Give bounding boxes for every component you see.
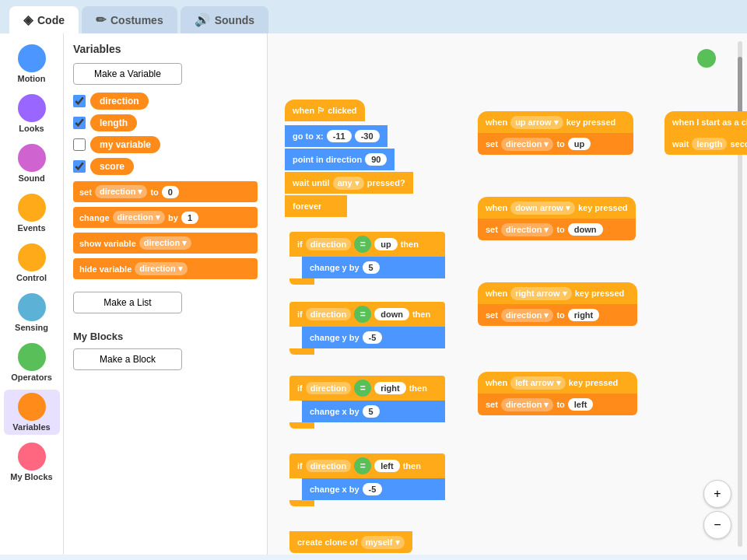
costumes-icon: ✏ (96, 12, 106, 27)
wait-length-seconds-block[interactable]: wait length seconds (665, 133, 747, 155)
forever-block-group: forever (285, 195, 347, 217)
control-dot (18, 243, 46, 271)
point-block[interactable]: point in direction 90 (285, 149, 395, 170)
when-left-arrow-block[interactable]: when left arrow ▾ key pressed (478, 372, 637, 394)
when-clicked-block[interactable]: when 🏳 clicked (285, 100, 365, 121)
forever-block[interactable]: forever (285, 195, 347, 217)
change-x-left-block[interactable]: change x by -5 (302, 478, 445, 500)
show-variable-block[interactable]: show variable direction ▾ (73, 233, 258, 254)
hide-variable-block[interactable]: hide variable direction ▾ (73, 258, 258, 279)
goto-block-group: go to x: -11 -30 (285, 125, 388, 147)
make-list-button[interactable]: Make a List (73, 292, 182, 313)
change-y-down-block[interactable]: change y by -5 (302, 327, 445, 348)
green-dot (697, 49, 716, 68)
var-row-length: length (73, 114, 258, 131)
top-tabs: ◈ Code ✏ Costumes 🔊 Sounds (0, 0, 747, 33)
sidebar-item-control[interactable]: Control (4, 240, 60, 285)
when-up-arrow-block[interactable]: when up arrow ▾ key pressed (478, 111, 633, 133)
if-down-group: if direction = down then change y by -5 (289, 302, 445, 355)
sounds-icon: 🔊 (195, 12, 210, 27)
sidebar-item-operators[interactable]: Operators (4, 340, 60, 385)
left-arrow-handler-group: when left arrow ▾ key pressed set direct… (478, 372, 637, 415)
direction-badge[interactable]: direction (90, 93, 149, 110)
create-clone-group: create clone of myself ▾ (289, 531, 412, 553)
events-dot (18, 194, 46, 222)
length-checkbox[interactable] (73, 117, 86, 129)
make-block-button[interactable]: Make a Block (73, 348, 182, 370)
zoom-out-button[interactable]: − (703, 511, 731, 539)
looks-dot (18, 94, 46, 122)
variables-title: Variables (73, 43, 258, 55)
zoom-in-button[interactable]: + (703, 480, 731, 508)
sidebar-item-events[interactable]: Events (4, 191, 60, 236)
up-arrow-handler-group: when up arrow ▾ key pressed set directio… (478, 111, 633, 155)
clone-group: when I start as a clone wait length seco… (665, 111, 747, 155)
set-direction-right-block[interactable]: set direction ▾ to right (478, 304, 637, 326)
operators-dot (18, 343, 46, 371)
make-variable-button[interactable]: Make a Variable (73, 63, 182, 85)
canvas-scrollbar-thumb[interactable] (738, 57, 742, 119)
if-right-block[interactable]: if direction = right then (289, 376, 445, 401)
if-up-block[interactable]: if direction = up then (289, 232, 445, 257)
variables-panel: Variables Make a Variable direction leng… (64, 33, 268, 555)
set-direction-block[interactable]: set direction ▾ to 0 (73, 181, 258, 202)
if-left-group: if direction = left then change x by -5 (289, 453, 445, 506)
when-start-clone-block[interactable]: when I start as a clone (665, 111, 747, 133)
myblocks-dot (18, 443, 46, 471)
set-direction-up-block[interactable]: set direction ▾ to up (478, 133, 633, 155)
if-right-bottom (289, 422, 314, 429)
if-left-bottom (289, 500, 314, 506)
score-checkbox[interactable] (73, 160, 86, 173)
down-arrow-handler-group: when down arrow ▾ key pressed set direct… (478, 197, 636, 240)
if-right-group: if direction = right then change x by 5 (289, 376, 445, 429)
sensing-dot (18, 293, 46, 321)
var-row-direction: direction (73, 93, 258, 110)
change-y-up-block[interactable]: change y by 5 (302, 257, 445, 278)
if-down-block[interactable]: if direction = down then (289, 302, 445, 327)
motion-dot (18, 44, 46, 72)
change-direction-block[interactable]: change direction ▾ by 1 (73, 207, 258, 228)
score-badge[interactable]: score (90, 158, 134, 175)
code-icon: ◈ (23, 12, 33, 27)
when-down-arrow-block[interactable]: when down arrow ▾ key pressed (478, 197, 636, 219)
sound-dot (18, 144, 46, 172)
sidebar-item-motion[interactable]: Motion (4, 41, 60, 86)
length-badge[interactable]: length (90, 114, 137, 131)
if-down-bottom (289, 348, 314, 355)
tab-costumes[interactable]: ✏ Costumes (82, 6, 177, 33)
sidebar: Motion Looks Sound Events Control Sensin… (0, 33, 64, 555)
sidebar-item-looks[interactable]: Looks (4, 91, 60, 136)
canvas-area: when 🏳 clicked go to x: -11 -30 point in… (268, 33, 747, 555)
var-row-myvariable: my variable (73, 136, 258, 153)
sidebar-item-sensing[interactable]: Sensing (4, 290, 60, 335)
if-up-group: if direction = up then change y by 5 (289, 232, 445, 285)
variables-dot (18, 393, 46, 421)
var-row-score: score (73, 158, 258, 175)
my-blocks-title: My Blocks (73, 331, 258, 342)
zoom-controls: + − (703, 480, 731, 539)
when-clicked-group: when 🏳 clicked (285, 100, 365, 121)
set-direction-down-block[interactable]: set direction ▾ to down (478, 219, 636, 240)
sidebar-item-variables[interactable]: Variables (4, 390, 60, 435)
sidebar-item-sound[interactable]: Sound (4, 141, 60, 186)
if-up-bottom (289, 278, 314, 285)
tab-sounds[interactable]: 🔊 Sounds (181, 6, 268, 33)
goto-block[interactable]: go to x: -11 -30 (285, 125, 388, 147)
point-block-group: point in direction 90 (285, 149, 395, 170)
myvariable-badge[interactable]: my variable (90, 136, 160, 153)
change-x-right-block[interactable]: change x by 5 (302, 401, 445, 422)
create-clone-block[interactable]: create clone of myself ▾ (289, 531, 412, 553)
sidebar-item-myblocks[interactable]: My Blocks (4, 439, 60, 485)
myvariable-checkbox[interactable] (73, 138, 86, 151)
direction-checkbox[interactable] (73, 95, 86, 107)
when-right-arrow-block[interactable]: when right arrow ▾ key pressed (478, 282, 637, 304)
if-left-block[interactable]: if direction = left then (289, 453, 445, 478)
tab-code[interactable]: ◈ Code (9, 6, 79, 33)
right-arrow-handler-group: when right arrow ▾ key pressed set direc… (478, 282, 637, 326)
set-direction-left-block[interactable]: set direction ▾ to left (478, 394, 637, 415)
wait-until-block-group: wait until any ▾ pressed? (285, 172, 413, 194)
wait-until-block[interactable]: wait until any ▾ pressed? (285, 172, 413, 194)
main-layout: Motion Looks Sound Events Control Sensin… (0, 33, 747, 555)
